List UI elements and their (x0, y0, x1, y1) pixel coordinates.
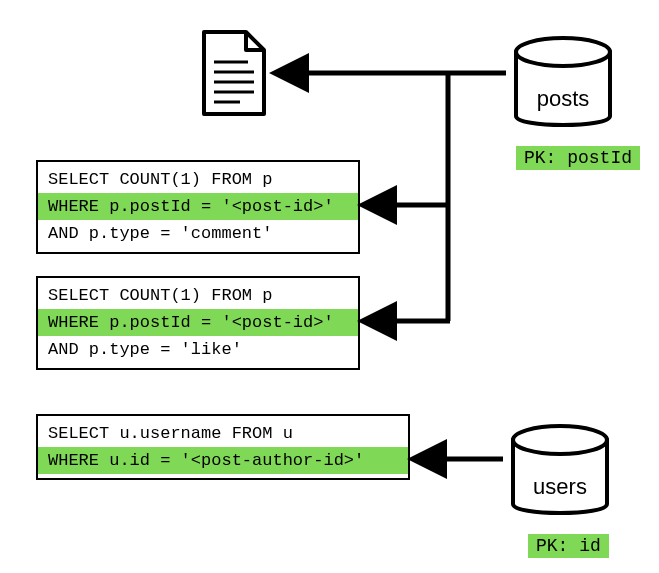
pk-badge-users: PK: id (528, 534, 609, 558)
q3-line2-highlight: WHERE u.id = '<post-author-id>' (38, 447, 408, 474)
q1-line3: AND p.type = 'comment' (38, 220, 358, 247)
query-box-3: SELECT u.username FROM u WHERE u.id = '<… (36, 414, 410, 480)
document-icon (198, 28, 270, 118)
db-label-posts: posts (508, 86, 618, 112)
q3-line1: SELECT u.username FROM u (38, 420, 408, 447)
query-box-2: SELECT COUNT(1) FROM p WHERE p.postId = … (36, 276, 360, 370)
db-label-users: users (505, 474, 615, 500)
pk-badge-posts: PK: postId (516, 146, 640, 170)
svg-point-5 (516, 38, 610, 66)
q2-line2-highlight: WHERE p.postId = '<post-id>' (38, 309, 358, 336)
q1-line2-highlight: WHERE p.postId = '<post-id>' (38, 193, 358, 220)
diagram-canvas: posts PK: postId users PK: id SELECT COU… (0, 0, 659, 573)
q2-line1: SELECT COUNT(1) FROM p (38, 282, 358, 309)
svg-point-6 (513, 426, 607, 454)
q1-line1: SELECT COUNT(1) FROM p (38, 166, 358, 193)
database-icon-posts (508, 30, 618, 138)
q2-line3: AND p.type = 'like' (38, 336, 358, 363)
database-icon-users (505, 418, 615, 526)
query-box-1: SELECT COUNT(1) FROM p WHERE p.postId = … (36, 160, 360, 254)
